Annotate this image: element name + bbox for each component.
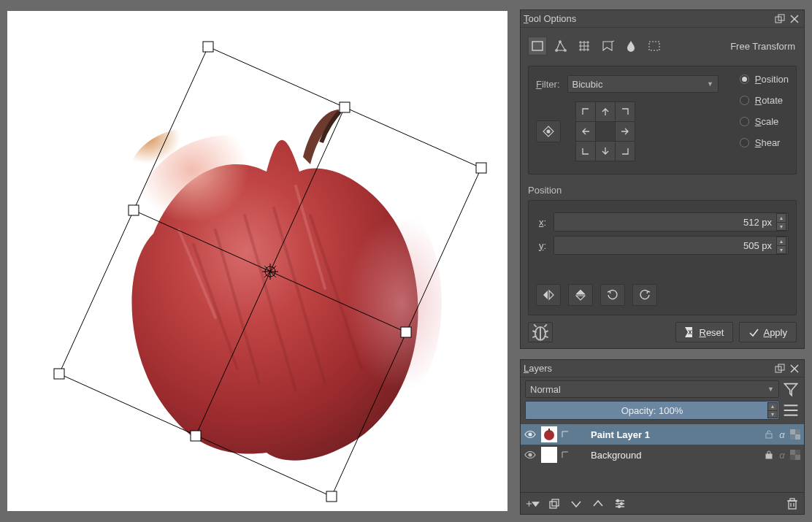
canvas-content (7, 11, 508, 511)
svg-point-2 (128, 128, 259, 230)
svg-marker-75 (532, 502, 540, 507)
svg-rect-17 (326, 491, 337, 502)
layer-row[interactable]: Background α (521, 445, 804, 465)
layers-panel: Layers Normal ▼ Opacity: 100% ▴▾ (520, 359, 805, 515)
anchor-ne[interactable] (615, 101, 635, 122)
rotate-cw-button[interactable] (632, 284, 657, 306)
checker-icon[interactable] (789, 449, 801, 461)
bug-icon[interactable] (528, 322, 553, 342)
reset-button[interactable]: Reset (675, 322, 734, 342)
x-spin-up[interactable]: ▴ (776, 213, 786, 222)
layer-thumbnail (541, 447, 557, 463)
y-spin-down[interactable]: ▾ (776, 245, 786, 254)
layer-name[interactable]: Background (572, 450, 763, 461)
alpha-icon[interactable]: α (776, 429, 788, 440)
filter-icon[interactable] (782, 380, 800, 398)
detach-icon[interactable] (773, 13, 786, 25)
svg-marker-31 (556, 42, 565, 50)
lock-icon[interactable] (763, 429, 775, 440)
tool-options-header[interactable]: Tool Options (521, 10, 804, 28)
svg-marker-40 (576, 290, 585, 294)
svg-marker-50 (685, 327, 692, 337)
radio-scale[interactable]: Scale (740, 116, 789, 127)
apply-button[interactable]: Apply (739, 322, 797, 342)
anchor-nw[interactable] (575, 101, 596, 122)
layer-row[interactable]: Paint Layer 1 α (521, 424, 804, 445)
svg-rect-14 (340, 102, 350, 112)
mesh-mode-button[interactable] (645, 37, 664, 55)
perspective-mode-button[interactable] (551, 37, 570, 55)
lock-icon[interactable] (763, 449, 775, 461)
layers-header[interactable]: Layers (521, 360, 804, 377)
svg-rect-67 (795, 434, 800, 440)
svg-line-49 (544, 324, 547, 327)
svg-rect-13 (203, 42, 213, 52)
radio-shear[interactable]: Shear (740, 137, 789, 148)
transform-modes (528, 37, 664, 55)
svg-point-61 (529, 433, 532, 436)
anchor-s[interactable] (595, 141, 616, 161)
layers-title: Layers (524, 363, 772, 374)
detach-icon[interactable] (773, 363, 786, 375)
warp-mode-button[interactable] (575, 37, 594, 55)
opacity-slider[interactable]: Opacity: 100% ▴▾ (525, 401, 779, 420)
rotate-ccw-button[interactable] (600, 284, 625, 306)
checker-icon[interactable] (789, 429, 801, 440)
radio-position[interactable]: Position (740, 74, 789, 85)
liquify-mode-button[interactable] (621, 37, 640, 55)
blend-mode-select[interactable]: Normal ▼ (525, 380, 779, 398)
close-icon[interactable] (788, 13, 801, 25)
visibility-toggle[interactable] (521, 448, 540, 461)
layer-row-icons: α (763, 449, 804, 461)
move-down-button[interactable] (569, 496, 583, 511)
svg-rect-69 (766, 454, 772, 458)
free-transform-mode-button[interactable] (528, 37, 547, 55)
anchor-center[interactable] (595, 121, 616, 142)
cage-mode-button[interactable] (598, 37, 617, 55)
svg-point-62 (544, 430, 554, 440)
anchor-se[interactable] (615, 141, 635, 161)
svg-rect-84 (789, 501, 796, 509)
layers-footer (521, 492, 804, 514)
x-spin-down[interactable]: ▾ (776, 222, 786, 231)
svg-rect-71 (790, 450, 795, 455)
flip-vertical-button[interactable] (568, 284, 593, 306)
radio-rotate[interactable]: Rotate (740, 95, 789, 106)
svg-rect-66 (790, 429, 795, 434)
duplicate-layer-button[interactable] (547, 496, 562, 511)
svg-point-82 (621, 502, 623, 504)
svg-rect-35 (649, 42, 659, 50)
anchor-e[interactable] (615, 121, 635, 142)
opacity-spin-down[interactable]: ▾ (767, 410, 778, 418)
canvas[interactable] (7, 11, 508, 511)
move-up-button[interactable] (591, 496, 605, 511)
svg-rect-18 (191, 431, 201, 441)
layer-name[interactable]: Paint Layer 1 (572, 429, 763, 440)
add-layer-button[interactable] (525, 496, 540, 511)
blend-mode-value: Normal (530, 384, 561, 395)
opacity-spin-up[interactable]: ▴ (767, 402, 778, 410)
x-label: x: (536, 217, 546, 228)
svg-point-68 (529, 453, 532, 456)
layer-properties-button[interactable] (613, 496, 627, 511)
flip-horizontal-button[interactable] (536, 284, 561, 306)
transform-mode-label: Free Transform (730, 41, 797, 52)
anchor-n[interactable] (595, 101, 616, 122)
svg-rect-72 (795, 455, 800, 460)
x-input[interactable]: 512 px ▴▾ (554, 212, 789, 231)
visibility-toggle[interactable] (521, 428, 540, 441)
anchor-sw[interactable] (575, 141, 596, 161)
y-input[interactable]: 505 px ▴▾ (554, 236, 789, 255)
delete-layer-button[interactable] (785, 496, 800, 511)
filter-select[interactable]: Bicubic ▼ (567, 75, 719, 93)
svg-line-48 (534, 324, 537, 327)
transform-origin-button[interactable] (536, 120, 561, 142)
list-settings-icon[interactable] (782, 402, 800, 419)
position-section-label: Position (528, 185, 797, 196)
close-icon[interactable] (788, 363, 801, 375)
y-spin-up[interactable]: ▴ (776, 237, 786, 245)
svg-rect-30 (532, 42, 543, 50)
alpha-icon[interactable]: α (776, 449, 788, 461)
anchor-w[interactable] (575, 121, 596, 142)
filter-label: Filter: (536, 79, 560, 90)
